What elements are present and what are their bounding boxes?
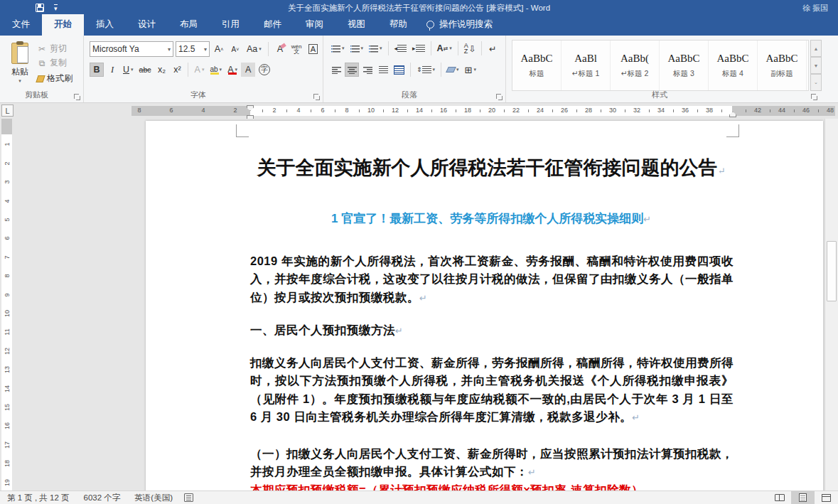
align-center-icon (348, 66, 357, 74)
align-right-button[interactable] (360, 63, 375, 77)
paragraph-dialog-launcher[interactable] (495, 93, 503, 100)
save-icon[interactable] (36, 4, 44, 12)
tab-插入[interactable]: 插入 (84, 14, 126, 36)
document-subtitle[interactable]: 1 官宣了！最新工资、劳务等所得扣缴个人所得税实操细则↵ (250, 210, 732, 227)
borders-icon: ⊞ (465, 65, 473, 75)
style-card-标题 3[interactable]: AaBbC标题 3 (660, 41, 709, 90)
scrollbar-thumb[interactable] (827, 241, 837, 301)
ruler-number: 20 (488, 107, 495, 114)
format-painter-icon (36, 75, 45, 82)
asian-layout-button[interactable]: A⇄▾ (435, 41, 454, 55)
page-indicator[interactable]: 第 1 页 , 共 12 页 (0, 493, 77, 503)
paragraph-method[interactable]: （一）扣缴义务人向居民个人支付工资、薪金所得时，应当按照累计预扣法计算预扣税款，… (250, 445, 734, 482)
character-shading-button[interactable]: A (241, 63, 255, 77)
style-preview: AaBbC (521, 53, 553, 65)
document-title[interactable]: 关于全面实施新个人所得税法若干征管衔接问题的公告↵ (250, 155, 732, 181)
show-marks-button[interactable]: ↵ (485, 41, 500, 55)
numbering-button[interactable]: ▾ (348, 41, 366, 55)
grow-font-button[interactable]: A˄ (212, 42, 226, 56)
decrease-indent-button[interactable]: ◂ (392, 41, 409, 55)
change-case-button[interactable]: Aa▾ (245, 42, 264, 56)
formula-red-text[interactable]: 本期应预扣预缴税额=（累计预扣预缴应纳税所得额×预扣率-速算扣除数）- (250, 481, 734, 490)
phonetic-guide-button[interactable]: wén文 (289, 42, 304, 56)
paste-dropdown-arrow[interactable]: ▾ (6, 78, 34, 84)
tab-开始[interactable]: 开始 (42, 14, 84, 36)
styles-group-label: 样式 (506, 90, 813, 100)
ruler-tick (359, 109, 360, 112)
qat-customize-icon[interactable]: ▾ (54, 4, 58, 12)
document-page[interactable]: 关于全面实施新个人所得税法若干征管衔接问题的公告↵ 1 官宣了！最新工资、劳务等… (146, 121, 823, 490)
web-layout-button[interactable] (815, 491, 838, 504)
increase-indent-button[interactable]: ▸ (410, 41, 427, 55)
style-card-标题 1[interactable]: AaBl↵标题 1 (562, 41, 611, 90)
subscript-button[interactable]: x₂ (154, 63, 168, 77)
shading-button[interactable]: ▾ (445, 63, 461, 77)
character-border-button[interactable]: A (306, 42, 321, 56)
font-size-dropdown-icon[interactable]: ▾ (204, 46, 207, 53)
cut-button[interactable]: ✂ 剪切 (37, 43, 67, 55)
proofing-icon[interactable] (184, 493, 193, 502)
style-card-标题 4[interactable]: AaBbC标题 4 (709, 41, 758, 90)
align-center-button[interactable] (345, 63, 359, 77)
sort-button[interactable]: AZ⇩ (462, 41, 478, 55)
styles-more-icon[interactable]: ⌄ (810, 74, 822, 91)
tab-文件[interactable]: 文件 (0, 14, 42, 36)
align-left-button[interactable] (329, 63, 343, 77)
tab-审阅[interactable]: 审阅 (294, 14, 335, 36)
clear-formatting-button[interactable]: A (273, 42, 287, 56)
font-dialog-launcher[interactable] (313, 93, 320, 100)
shrink-font-button[interactable]: A˅ (228, 42, 242, 56)
distribute-button[interactable] (392, 63, 407, 77)
styles-scroll-down-icon[interactable]: ▼ (810, 57, 822, 74)
line-spacing-button[interactable]: ⇕▾ (414, 63, 437, 77)
vertical-scrollbar[interactable] (824, 119, 838, 490)
enclose-characters-button[interactable]: 字 (257, 63, 272, 77)
paragraph-intro[interactable]: 2019 年实施的新个人所得税法，首次将工资薪金、劳务报酬、稿酬和特许权使用费四… (250, 252, 734, 307)
font-size-combo[interactable]: 12.5 ▾ (176, 41, 210, 57)
multilevel-list-button[interactable]: ▾ (367, 41, 385, 55)
underline-button[interactable]: U▾ (121, 63, 136, 77)
paragraph-withholding[interactable]: 扣缴义务人向居民个人支付工资、薪金所得，劳务报酬所得，稿酬所得，特许权使用费所得… (250, 354, 734, 427)
tell-me-label: 操作说明搜索 (439, 18, 493, 31)
tell-me-search[interactable]: 操作说明搜索 (419, 14, 500, 36)
read-mode-button[interactable] (768, 491, 791, 504)
tab-帮助[interactable]: 帮助 (377, 14, 419, 36)
word-count[interactable]: 6032 个字 (77, 493, 128, 503)
cut-label: 剪切 (50, 43, 67, 55)
styles-scroll-up-icon[interactable]: ▲ (810, 40, 822, 57)
bold-button[interactable]: B (90, 63, 104, 77)
copy-button[interactable]: ⧉ 复制 (37, 57, 67, 69)
style-card-副标题[interactable]: AaBbC副标题 (758, 41, 807, 90)
style-card-标题[interactable]: AaBbC标题 (512, 41, 562, 90)
text-effects-button[interactable]: A▾ (192, 63, 206, 77)
heading-one[interactable]: 一、居民个人预扣预缴方法↵ (250, 321, 734, 340)
justify-button[interactable] (376, 63, 390, 77)
clipboard-dialog-launcher[interactable] (73, 93, 80, 100)
tab-stop-selector[interactable]: L (1, 104, 14, 117)
tab-布局[interactable]: 布局 (168, 14, 210, 36)
format-painter-button[interactable]: 格式刷 (37, 73, 72, 85)
language-indicator[interactable]: 英语(美国) (127, 493, 180, 503)
strikethrough-button[interactable]: abc (137, 63, 154, 77)
tab-设计[interactable]: 设计 (126, 14, 168, 36)
user-account[interactable]: 徐 振国 (802, 3, 828, 14)
tab-引用[interactable]: 引用 (210, 14, 252, 36)
borders-button[interactable]: ⊞▾ (463, 63, 478, 77)
bullets-button[interactable]: ▾ (329, 41, 347, 55)
superscript-button[interactable]: x² (170, 63, 184, 77)
font-color-button[interactable]: A▾ (225, 63, 240, 77)
horizontal-ruler[interactable]: 8642246810121416182022242628303234363842… (131, 106, 835, 116)
font-name-combo[interactable]: Microsoft Ya ▾ (90, 41, 173, 57)
paste-button[interactable]: 粘贴 ▾ (6, 41, 34, 92)
styles-dialog-launcher[interactable] (810, 93, 817, 100)
style-label: ↵标题 2 (621, 69, 649, 79)
highlight-color-button[interactable]: ab▾ (208, 63, 224, 77)
tab-邮件[interactable]: 邮件 (252, 14, 294, 36)
font-name-dropdown-icon[interactable]: ▾ (168, 46, 171, 53)
tab-视图[interactable]: 视图 (335, 14, 377, 36)
paragraph-text: 2019 年实施的新个人所得税法，首次将工资薪金、劳务报酬、稿酬和特许权使用费四… (250, 254, 734, 304)
print-layout-button[interactable] (791, 491, 815, 504)
italic-button[interactable]: I (105, 63, 119, 77)
style-card-标题 2[interactable]: AaBb(↵标题 2 (611, 41, 660, 90)
vertical-ruler[interactable]: 12345678910111213141516171819 (1, 119, 12, 490)
